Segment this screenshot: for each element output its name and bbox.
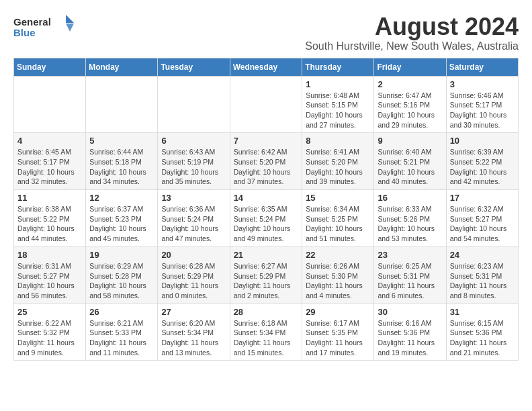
day-info: Sunrise: 6:47 AMSunset: 5:16 PMDaylight:… (378, 91, 442, 130)
day-number: 21 (234, 250, 299, 260)
day-number: 4 (17, 136, 82, 146)
day-info: Sunrise: 6:25 AMSunset: 5:31 PMDaylight:… (378, 261, 442, 301)
day-number: 10 (450, 136, 515, 146)
day-number: 28 (234, 307, 299, 317)
day-number: 20 (161, 250, 226, 260)
day-number: 24 (450, 250, 515, 260)
calendar-cell (14, 76, 86, 133)
day-number: 12 (89, 193, 154, 203)
day-info: Sunrise: 6:34 AMSunset: 5:25 PMDaylight:… (306, 204, 370, 244)
calendar-cell: 18Sunrise: 6:31 AMSunset: 5:27 PMDayligh… (14, 246, 86, 304)
calendar-cell: 8Sunrise: 6:41 AMSunset: 5:20 PMDaylight… (302, 133, 374, 190)
week-row-3: 11Sunrise: 6:38 AMSunset: 5:22 PMDayligh… (14, 190, 519, 247)
calendar-cell: 19Sunrise: 6:29 AMSunset: 5:28 PMDayligh… (86, 246, 158, 304)
day-info: Sunrise: 6:32 AMSunset: 5:27 PMDaylight:… (450, 204, 515, 244)
day-info: Sunrise: 6:36 AMSunset: 5:24 PMDaylight:… (161, 204, 226, 244)
header-tuesday: Tuesday (158, 58, 230, 76)
calendar-cell: 14Sunrise: 6:35 AMSunset: 5:24 PMDayligh… (230, 190, 302, 247)
week-row-1: 1Sunrise: 6:48 AMSunset: 5:15 PMDaylight… (14, 76, 519, 133)
day-number: 29 (306, 307, 370, 317)
day-info: Sunrise: 6:20 AMSunset: 5:34 PMDaylight:… (161, 318, 226, 358)
day-info: Sunrise: 6:35 AMSunset: 5:24 PMDaylight:… (234, 204, 299, 244)
day-number: 25 (17, 307, 82, 317)
calendar-cell: 10Sunrise: 6:39 AMSunset: 5:22 PMDayligh… (446, 133, 518, 190)
calendar-cell: 2Sunrise: 6:47 AMSunset: 5:16 PMDaylight… (374, 76, 446, 133)
day-number: 23 (378, 250, 442, 260)
day-info: Sunrise: 6:22 AMSunset: 5:32 PMDaylight:… (17, 318, 82, 358)
day-number: 22 (306, 250, 370, 260)
calendar-cell: 7Sunrise: 6:42 AMSunset: 5:20 PMDaylight… (230, 133, 302, 190)
day-info: Sunrise: 6:44 AMSunset: 5:18 PMDaylight:… (89, 147, 154, 187)
day-info: Sunrise: 6:43 AMSunset: 5:19 PMDaylight:… (161, 147, 226, 187)
calendar-cell (158, 76, 230, 133)
header-thursday: Thursday (302, 58, 374, 76)
day-info: Sunrise: 6:29 AMSunset: 5:28 PMDaylight:… (89, 261, 154, 301)
day-info: Sunrise: 6:42 AMSunset: 5:20 PMDaylight:… (234, 147, 299, 187)
day-info: Sunrise: 6:15 AMSunset: 5:36 PMDaylight:… (450, 318, 515, 358)
title-area: August 2024 South Hurstville, New South … (305, 13, 519, 52)
calendar-cell: 30Sunrise: 6:16 AMSunset: 5:36 PMDayligh… (374, 304, 446, 361)
day-number: 27 (161, 307, 226, 317)
day-info: Sunrise: 6:39 AMSunset: 5:22 PMDaylight:… (450, 147, 515, 187)
header-monday: Monday (86, 58, 158, 76)
day-info: Sunrise: 6:23 AMSunset: 5:31 PMDaylight:… (450, 261, 515, 301)
calendar-cell: 6Sunrise: 6:43 AMSunset: 5:19 PMDaylight… (158, 133, 230, 190)
calendar-title: August 2024 (305, 13, 519, 40)
calendar-cell: 29Sunrise: 6:17 AMSunset: 5:35 PMDayligh… (302, 304, 374, 361)
day-number: 5 (89, 136, 154, 146)
calendar-cell: 22Sunrise: 6:26 AMSunset: 5:30 PMDayligh… (302, 246, 374, 304)
day-info: Sunrise: 6:46 AMSunset: 5:17 PMDaylight:… (450, 91, 515, 130)
day-number: 18 (17, 250, 82, 260)
day-number: 15 (306, 193, 370, 203)
day-number: 8 (306, 136, 370, 146)
logo: General Blue (13, 13, 74, 40)
header-friday: Friday (374, 58, 446, 76)
day-number: 31 (450, 307, 515, 317)
day-info: Sunrise: 6:40 AMSunset: 5:21 PMDaylight:… (378, 147, 442, 187)
calendar-cell: 21Sunrise: 6:27 AMSunset: 5:29 PMDayligh… (230, 246, 302, 304)
calendar-cell: 12Sunrise: 6:37 AMSunset: 5:23 PMDayligh… (86, 190, 158, 247)
calendar-cell: 27Sunrise: 6:20 AMSunset: 5:34 PMDayligh… (158, 304, 230, 361)
calendar-cell: 4Sunrise: 6:45 AMSunset: 5:17 PMDaylight… (14, 133, 86, 190)
calendar-cell: 31Sunrise: 6:15 AMSunset: 5:36 PMDayligh… (446, 304, 518, 361)
header-wednesday: Wednesday (230, 58, 302, 76)
day-number: 6 (161, 136, 226, 146)
calendar-cell: 24Sunrise: 6:23 AMSunset: 5:31 PMDayligh… (446, 246, 518, 304)
day-number: 1 (306, 79, 370, 89)
calendar-cell (230, 76, 302, 133)
day-info: Sunrise: 6:31 AMSunset: 5:27 PMDaylight:… (17, 261, 82, 301)
day-number: 16 (378, 193, 442, 203)
day-info: Sunrise: 6:26 AMSunset: 5:30 PMDaylight:… (306, 261, 370, 301)
day-number: 2 (378, 79, 442, 89)
day-number: 30 (378, 307, 442, 317)
calendar-cell: 26Sunrise: 6:21 AMSunset: 5:33 PMDayligh… (86, 304, 158, 361)
week-row-2: 4Sunrise: 6:45 AMSunset: 5:17 PMDaylight… (14, 133, 519, 190)
day-info: Sunrise: 6:18 AMSunset: 5:34 PMDaylight:… (234, 318, 299, 358)
svg-text:Blue: Blue (13, 27, 36, 38)
day-info: Sunrise: 6:38 AMSunset: 5:22 PMDaylight:… (17, 204, 82, 244)
day-number: 19 (89, 250, 154, 260)
day-info: Sunrise: 6:17 AMSunset: 5:35 PMDaylight:… (306, 318, 370, 358)
day-number: 17 (450, 193, 515, 203)
day-info: Sunrise: 6:33 AMSunset: 5:26 PMDaylight:… (378, 204, 442, 244)
calendar-cell: 15Sunrise: 6:34 AMSunset: 5:25 PMDayligh… (302, 190, 374, 247)
calendar-cell: 16Sunrise: 6:33 AMSunset: 5:26 PMDayligh… (374, 190, 446, 247)
day-number: 13 (161, 193, 226, 203)
day-info: Sunrise: 6:21 AMSunset: 5:33 PMDaylight:… (89, 318, 154, 358)
day-number: 11 (17, 193, 82, 203)
header-sunday: Sunday (14, 58, 86, 76)
calendar-cell: 17Sunrise: 6:32 AMSunset: 5:27 PMDayligh… (446, 190, 518, 247)
calendar-cell: 23Sunrise: 6:25 AMSunset: 5:31 PMDayligh… (374, 246, 446, 304)
day-number: 26 (89, 307, 154, 317)
calendar-table: Sunday Monday Tuesday Wednesday Thursday… (13, 58, 519, 361)
calendar-cell: 11Sunrise: 6:38 AMSunset: 5:22 PMDayligh… (14, 190, 86, 247)
day-number: 7 (234, 136, 299, 146)
logo-svg: General Blue (13, 13, 74, 40)
svg-text:General: General (13, 16, 51, 28)
day-number: 3 (450, 79, 515, 89)
calendar-cell: 25Sunrise: 6:22 AMSunset: 5:32 PMDayligh… (14, 304, 86, 361)
day-number: 14 (234, 193, 299, 203)
week-row-4: 18Sunrise: 6:31 AMSunset: 5:27 PMDayligh… (14, 246, 519, 304)
header-saturday: Saturday (446, 58, 518, 76)
weekday-header-row: Sunday Monday Tuesday Wednesday Thursday… (14, 58, 519, 76)
